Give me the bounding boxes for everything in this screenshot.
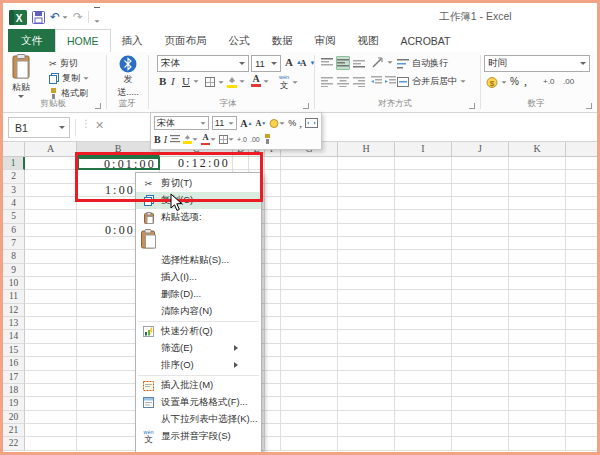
mini-merge-button[interactable] [305,118,318,128]
cell-A10[interactable] [25,277,77,290]
cell-J14[interactable] [452,330,509,343]
cell-J5[interactable] [452,210,509,223]
cell-A4[interactable] [25,197,77,210]
cell-H21[interactable] [338,424,395,437]
cell-H2[interactable] [338,170,395,183]
column-header-H[interactable]: H [338,142,395,157]
cell-J4[interactable] [452,197,509,210]
cell-I14[interactable] [395,330,452,343]
tab-视图[interactable]: 视图 [347,29,390,52]
tab-审阅[interactable]: 审阅 [304,29,347,52]
cell-I20[interactable] [395,411,452,424]
cell-J7[interactable] [452,237,509,250]
row-header-14[interactable]: 14 [3,330,25,343]
mini-font-name-combo[interactable]: 宋体 [154,116,209,130]
customize-qat-button[interactable] [94,7,100,27]
cell-G3[interactable] [281,184,338,197]
cell-I9[interactable] [395,264,452,277]
cell-H3[interactable] [338,184,395,197]
cell-J18[interactable] [452,384,509,397]
cell-A8[interactable] [25,250,77,263]
save-button[interactable] [32,11,45,24]
cell-K5[interactable] [509,210,566,223]
cell-G21[interactable] [281,424,338,437]
row-header-3[interactable]: 3 [3,184,25,197]
cell-I18[interactable] [395,384,452,397]
accounting-format-button[interactable]: $ [486,77,507,88]
cell-H16[interactable] [338,357,395,370]
cell-F6[interactable] [265,224,281,237]
cell-G8[interactable] [281,250,338,263]
cell-G20[interactable] [281,411,338,424]
cell-C1[interactable]: 0:12:00 [160,157,233,170]
mini-font-size-combo[interactable]: 11 [212,116,238,130]
cell-x10[interactable] [566,277,597,290]
merge-center-button[interactable]: 合并后居中 [397,75,466,88]
clipboard-dialog-launcher[interactable] [95,103,101,109]
cell-A7[interactable] [25,237,77,250]
cell-A12[interactable] [25,304,77,317]
cell-A1[interactable] [25,157,77,170]
mini-borders-button[interactable] [219,135,234,144]
cell-G15[interactable] [281,344,338,357]
cell-I22[interactable] [395,437,452,450]
cell-G19[interactable] [281,397,338,410]
row-header-9[interactable]: 9 [3,264,25,277]
cell-A11[interactable] [25,290,77,303]
column-header-J[interactable]: J [452,142,509,157]
cell-x22[interactable] [566,437,597,450]
mini-percent-button[interactable]: % [288,118,296,128]
menu-item-快速分析(Q)[interactable]: 快速分析(Q) [136,323,261,340]
cell-J10[interactable] [452,277,509,290]
cell-K11[interactable] [509,290,566,303]
underline-button[interactable]: U [182,75,190,87]
cell-I11[interactable] [395,290,452,303]
cell-J3[interactable] [452,184,509,197]
align-center-button[interactable] [336,75,350,89]
cell-I6[interactable] [395,224,452,237]
font-color-dropdown[interactable] [263,80,269,83]
chevron-down-icon[interactable] [63,16,68,19]
decrease-indent-button[interactable] [371,76,382,86]
cell-H7[interactable] [338,237,395,250]
align-left-button[interactable] [320,75,334,89]
bold-button[interactable]: B [159,75,166,87]
orientation-button[interactable] [372,57,393,68]
cell-K9[interactable] [509,264,566,277]
cell-A5[interactable] [25,210,77,223]
column-header-A[interactable]: A [25,142,77,157]
cell-H12[interactable] [338,304,395,317]
cell-F2[interactable] [265,170,281,183]
cell-I5[interactable] [395,210,452,223]
row-header-22[interactable]: 22 [3,437,25,450]
cell-x12[interactable] [566,304,597,317]
cell-F15[interactable] [265,344,281,357]
mini-center-button[interactable] [170,135,180,143]
cell-J20[interactable] [452,411,509,424]
row-header-15[interactable]: 15 [3,344,25,357]
cell-J6[interactable] [452,224,509,237]
cell-G7[interactable] [281,237,338,250]
cell-K8[interactable] [509,250,566,263]
cell-x3[interactable] [566,184,597,197]
cell-A22[interactable] [25,437,77,450]
cell-K21[interactable] [509,424,566,437]
cell-x19[interactable] [566,397,597,410]
cell-x8[interactable] [566,250,597,263]
cell-x20[interactable] [566,411,597,424]
cell-x18[interactable] [566,384,597,397]
mini-bold-button[interactable]: B [154,134,161,145]
menu-item-复制(C)[interactable]: 复制(C) [136,192,261,209]
cell-x11[interactable] [566,290,597,303]
cell-G6[interactable] [281,224,338,237]
cell-B1[interactable]: 0:01:00 [77,157,160,170]
cell-A21[interactable] [25,424,77,437]
cell-I8[interactable] [395,250,452,263]
font-color-button[interactable]: A [251,75,261,87]
cell-G4[interactable] [281,197,338,210]
cell-F19[interactable] [265,397,281,410]
cell-A20[interactable] [25,411,77,424]
font-size-combo[interactable]: 11 [251,55,281,72]
cell-J2[interactable] [452,170,509,183]
cell-K6[interactable] [509,224,566,237]
